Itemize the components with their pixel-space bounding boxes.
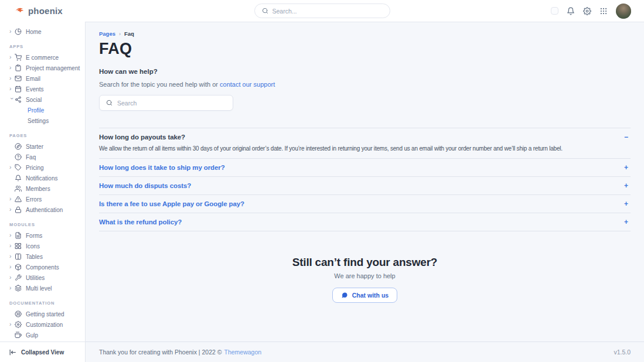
sidebar-item-project-management[interactable]: › Project management <box>0 63 85 73</box>
global-search-input[interactable] <box>272 8 383 15</box>
contact-support-link[interactable]: contact our support <box>220 81 275 88</box>
page-content: Pages › Faq FAQ How can we help? Search … <box>86 22 644 341</box>
notifications-bell-icon[interactable] <box>567 7 575 15</box>
share-icon <box>15 96 22 103</box>
compass-icon <box>15 143 22 150</box>
chat-button-label: Chat with us <box>352 292 389 299</box>
sidebar-item-label: Authentication <box>26 207 63 213</box>
breadcrumb-current: Faq <box>124 30 134 37</box>
sidebar-item-label: Pricing <box>26 165 44 171</box>
sidebar-item-label: Starter <box>26 144 43 150</box>
breadcrumb-pages-link[interactable]: Pages <box>99 30 115 37</box>
sidebar-item-customization[interactable]: › Customization <box>0 319 85 330</box>
tool-icon <box>15 274 22 281</box>
settings-gear-icon[interactable] <box>583 7 591 15</box>
sidebar-item-getting-started[interactable]: Getting started <box>0 309 85 319</box>
faq-question-row[interactable]: What is the refund policy? + <box>99 218 631 226</box>
sidebar-item-tables[interactable]: › Tables <box>0 251 85 262</box>
chevron-right-icon: › <box>9 196 15 202</box>
faq-search-input[interactable] <box>117 100 226 107</box>
faq-question-row[interactable]: How long do payouts take? − <box>99 134 631 141</box>
faq-question: How much do disputs costs? <box>99 182 191 189</box>
collapse-arrow-icon <box>9 349 16 356</box>
faq-item: How much do disputs costs? + <box>99 176 631 194</box>
sidebar-item-label: Components <box>26 264 59 271</box>
sidebar-item-profile[interactable]: Profile <box>0 105 85 115</box>
sidebar-item-gulp[interactable]: Gulp <box>0 330 85 340</box>
sidebar-item-label: Members <box>26 186 50 192</box>
faq-accordion: How long do payouts take? − We allow the… <box>99 128 631 231</box>
themewagon-link[interactable]: Themewagon <box>224 349 262 356</box>
sidebar-item-utilities[interactable]: › Utilities <box>0 272 85 283</box>
sidebar-item-faq[interactable]: Faq <box>0 152 85 162</box>
sidebar-item-label: Getting started <box>26 311 64 317</box>
grid-icon <box>15 243 22 250</box>
expand-plus-icon[interactable]: + <box>624 218 631 226</box>
sidebar-item-label: Events <box>26 86 44 93</box>
sidebar-item-pricing[interactable]: › Pricing <box>0 162 85 173</box>
sidebar-item-authentication[interactable]: › Authentication <box>0 204 85 215</box>
intro-text-plain: Search for the topic you need help with … <box>99 81 218 88</box>
expand-plus-icon[interactable]: + <box>624 164 631 171</box>
expand-plus-icon[interactable]: + <box>624 200 631 207</box>
user-avatar[interactable] <box>616 4 631 19</box>
sidebar-item-email[interactable]: › Email <box>0 73 85 84</box>
sidebar-item-label: Faq <box>26 154 36 160</box>
theme-toggle[interactable] <box>551 7 558 15</box>
sidebar-item-label: Home <box>26 29 42 35</box>
search-icon <box>106 100 113 106</box>
sidebar-item-members[interactable]: Members <box>0 183 85 194</box>
faq-question-row[interactable]: How much do disputs costs? + <box>99 182 631 189</box>
collapsed-view-toggle[interactable]: Collapsed View <box>0 341 85 362</box>
sidebar-item-components[interactable]: › Components <box>0 262 85 272</box>
apps-grid-icon[interactable] <box>599 7 608 15</box>
faq-question-row[interactable]: How long does it take to ship my order? … <box>99 164 631 171</box>
sidebar-item-label: Social <box>26 97 42 103</box>
intro-heading: How can we help? <box>99 68 631 75</box>
collapsed-view-label: Collapsed View <box>21 349 64 356</box>
help-circle-icon <box>15 153 22 160</box>
sidebar-item-home[interactable]: › Home <box>0 26 85 37</box>
sidebar-item-label: E commerce <box>26 54 59 61</box>
sidebar-item-social[interactable]: › Social <box>0 94 85 105</box>
footer-text: Thank you for creating with Phoenix | 20… <box>99 349 222 356</box>
sidebar-item-settings[interactable]: Settings <box>0 115 85 126</box>
cta-subheading: We are happy to help <box>99 272 631 279</box>
sidebar-item-icons[interactable]: › Icons <box>0 241 85 251</box>
lock-icon <box>15 206 22 213</box>
expand-plus-icon[interactable]: + <box>624 182 631 189</box>
faq-question-row[interactable]: Is there a fee to use Apple pay or Googl… <box>99 200 631 207</box>
chevron-right-icon: › <box>9 76 15 81</box>
faq-question: How long does it take to ship my order? <box>99 164 225 171</box>
search-icon <box>262 8 268 14</box>
calendar-icon <box>15 86 22 93</box>
sidebar-item-label: Tables <box>26 254 43 260</box>
pie-chart-icon <box>15 28 22 35</box>
chevron-right-icon: › <box>9 165 15 170</box>
collapse-minus-icon[interactable]: − <box>624 134 631 141</box>
life-buoy-icon <box>15 310 22 317</box>
chevron-right-icon: › <box>9 86 15 92</box>
phoenix-bird-icon <box>15 6 25 16</box>
sidebar-section-pages: PAGES <box>9 133 85 138</box>
sidebar-item-ecommerce[interactable]: › E commerce <box>0 52 85 63</box>
package-icon <box>15 264 22 271</box>
global-search[interactable] <box>254 4 390 18</box>
cta-heading: Still can’t find your answer? <box>99 256 631 269</box>
sidebar-item-forms[interactable]: › Forms <box>0 230 85 241</box>
table-icon <box>15 253 22 260</box>
faq-question: How long do payouts take? <box>99 134 185 141</box>
top-navbar: phoenix <box>0 0 644 22</box>
tag-icon <box>15 164 22 171</box>
faq-search[interactable] <box>99 95 233 111</box>
sidebar-item-notifications[interactable]: Notifications <box>0 173 85 183</box>
sidebar-item-starter[interactable]: Starter <box>0 141 85 152</box>
brand-logo[interactable]: phoenix <box>0 6 63 16</box>
sidebar: › Home APPS › E commerce › Project manag… <box>0 22 86 362</box>
chat-with-us-button[interactable]: Chat with us <box>332 288 397 303</box>
sidebar-item-errors[interactable]: › Errors <box>0 194 85 204</box>
sidebar-item-multi-level[interactable]: › Multi level <box>0 283 85 293</box>
sidebar-item-events[interactable]: › Events <box>0 84 85 94</box>
chevron-right-icon: › <box>9 29 15 35</box>
chevron-right-icon: › <box>9 207 15 213</box>
